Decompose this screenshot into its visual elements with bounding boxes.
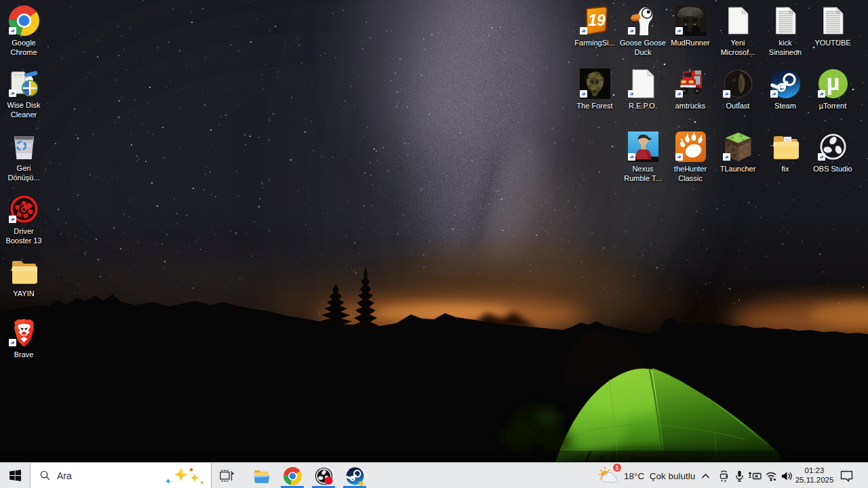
svg-text:µ: µ <box>826 69 840 95</box>
svg-text:19: 19 <box>588 12 606 29</box>
